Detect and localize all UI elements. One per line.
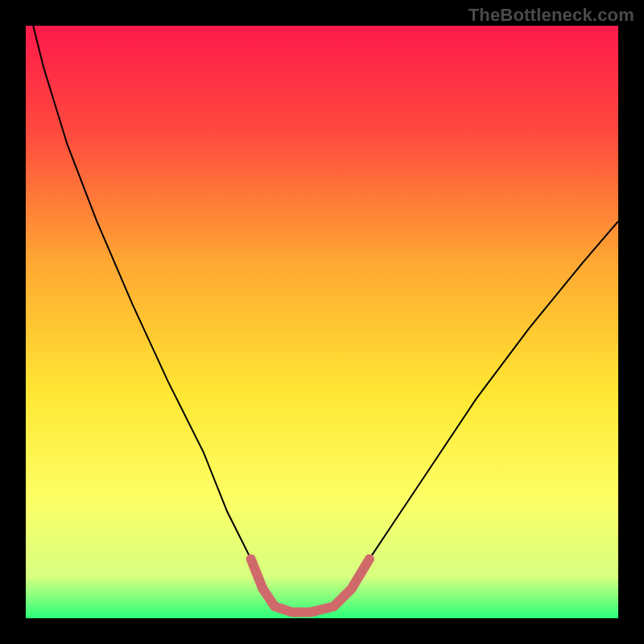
plot-area [26, 26, 618, 618]
chart-canvas [26, 26, 618, 618]
chart-frame: TheBottleneck.com [0, 0, 644, 644]
watermark-text: TheBottleneck.com [469, 5, 634, 26]
gradient-background [26, 26, 618, 618]
